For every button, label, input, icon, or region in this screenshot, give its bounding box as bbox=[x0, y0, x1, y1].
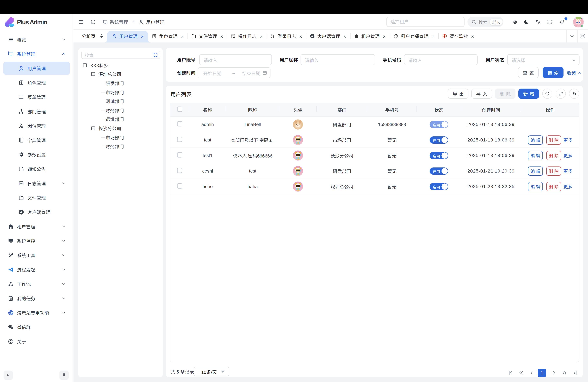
svg-text:redis: redis bbox=[444, 37, 446, 38]
svg-text:DEV: DEV bbox=[20, 183, 23, 185]
